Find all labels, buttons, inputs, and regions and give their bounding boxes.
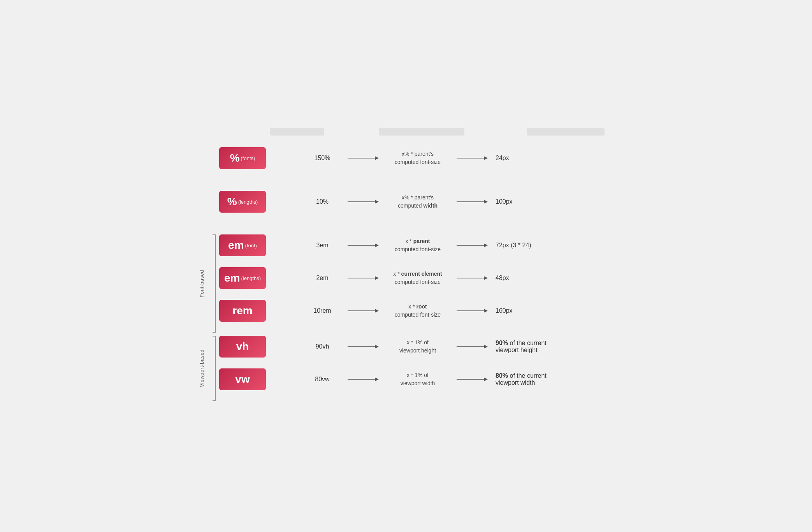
arrow-line-1: [348, 343, 379, 351]
header-convert: [379, 128, 464, 136]
table-row: %(lengths) 10% x% * parent'scomputed wid…: [219, 191, 620, 213]
bracket-col: [211, 234, 219, 333]
main-container: %(fonts) 150% x% * parent'scomputed font…: [192, 128, 620, 404]
arrow-line-2: [457, 154, 488, 162]
arrow-line-2: [457, 307, 488, 315]
arrow-line-2: [457, 241, 488, 249]
grouped-section: Viewport-based vh 90vh x * 1% ofviewport…: [192, 336, 620, 401]
unit-area: vw: [219, 368, 297, 390]
table-row: %(fonts) 150% x% * parent'scomputed font…: [219, 147, 620, 169]
unit-area: em(font): [219, 234, 297, 256]
arrow-line-1: [348, 307, 379, 315]
unit-badge: %(lengths): [219, 191, 266, 213]
grouped-section: Font-based em(font) 3em x * parentcomput…: [192, 234, 620, 333]
example-value: 2em: [297, 275, 348, 282]
svg-marker-3: [484, 156, 488, 160]
svg-marker-5: [375, 200, 379, 204]
convert-text: x * rootcomputed font-size: [379, 303, 457, 319]
standalone-section: %(fonts) 150% x% * parent'scomputed font…: [192, 147, 620, 180]
arrow-line-2: [457, 343, 488, 351]
unit-area: %(lengths): [219, 191, 297, 213]
result-value: 48px: [488, 275, 566, 282]
unit-badge: %(fonts): [219, 147, 266, 169]
svg-marker-7: [484, 200, 488, 204]
unit-area: rem: [219, 300, 297, 322]
arrow-line-1: [348, 274, 379, 282]
unit-area: %(fonts): [219, 147, 297, 169]
svg-marker-18: [484, 276, 488, 280]
header-example: [270, 128, 324, 136]
arrow-line-2: [457, 375, 488, 383]
svg-marker-33: [484, 377, 488, 381]
arrow-line-1: [348, 375, 379, 383]
svg-marker-16: [375, 276, 379, 280]
example-value: 10rem: [297, 307, 348, 314]
group-label-col: Font-based: [192, 234, 211, 333]
result-value: 72px (3 * 24): [488, 242, 566, 249]
example-value: 150%: [297, 155, 348, 162]
group-label: Viewport-based: [199, 349, 205, 387]
table-row: rem 10rem x * rootcomputed font-size 160…: [219, 300, 620, 322]
content-area: %(fonts) 150% x% * parent'scomputed font…: [192, 147, 620, 401]
convert-text: x% * parent'scomputed width: [379, 194, 457, 210]
arrow-line-1: [348, 154, 379, 162]
result-value: 24px: [488, 155, 566, 162]
unit-badge: vw: [219, 368, 266, 390]
table-row: em(lengths) 2em x * current elementcompu…: [219, 267, 620, 289]
arrow-line-1: [348, 198, 379, 206]
table-row: vw 80vw x * 1% ofviewport width 80% of t…: [219, 368, 620, 390]
unit-badge: vh: [219, 336, 266, 358]
standalone-section: %(lengths) 10% x% * parent'scomputed wid…: [192, 191, 620, 224]
svg-marker-12: [375, 243, 379, 247]
unit-badge: em(lengths): [219, 267, 266, 289]
group-label-col: Viewport-based: [192, 336, 211, 401]
result-value: 90% of the currentviewport height: [488, 340, 566, 354]
svg-marker-29: [484, 345, 488, 349]
convert-text: x * 1% ofviewport height: [379, 338, 457, 355]
unit-area: vh: [219, 336, 297, 358]
result-value: 100px: [488, 198, 566, 205]
group-label: Font-based: [199, 270, 205, 298]
bracket-col: [211, 336, 219, 401]
table-row: em(font) 3em x * parentcomputed font-siz…: [219, 234, 620, 256]
convert-text: x * current elementcomputed font-size: [379, 270, 457, 286]
rows-col: em(font) 3em x * parentcomputed font-siz…: [219, 234, 620, 333]
unit-area: em(lengths): [219, 267, 297, 289]
convert-text: x% * parent'scomputed font-size: [379, 150, 457, 166]
header-row: [192, 128, 620, 136]
bracket-svg: [211, 336, 217, 401]
svg-marker-1: [375, 156, 379, 160]
unit-badge: em(font): [219, 234, 266, 256]
row-content: %(lengths) 10% x% * parent'scomputed wid…: [219, 191, 620, 224]
rows-col: vh 90vh x * 1% ofviewport height 90% of …: [219, 336, 620, 401]
arrow-line-2: [457, 274, 488, 282]
row-content: %(fonts) 150% x% * parent'scomputed font…: [219, 147, 620, 180]
result-value: 160px: [488, 307, 566, 314]
arrow-line-1: [348, 241, 379, 249]
example-value: 10%: [297, 198, 348, 205]
svg-marker-20: [375, 309, 379, 313]
example-value: 80vw: [297, 376, 348, 383]
convert-text: x * 1% ofviewport width: [379, 371, 457, 388]
svg-marker-14: [484, 243, 488, 247]
svg-marker-22: [484, 309, 488, 313]
result-value: 80% of the currentviewport width: [488, 372, 566, 386]
svg-marker-27: [375, 345, 379, 349]
unit-badge: rem: [219, 300, 266, 322]
arrow-line-2: [457, 198, 488, 206]
convert-text: x * parentcomputed font-size: [379, 237, 457, 254]
example-value: 3em: [297, 242, 348, 249]
svg-marker-31: [375, 377, 379, 381]
bracket-svg: [211, 234, 217, 333]
table-row: vh 90vh x * 1% ofviewport height 90% of …: [219, 336, 620, 358]
example-value: 90vh: [297, 343, 348, 350]
header-result: [527, 128, 605, 136]
